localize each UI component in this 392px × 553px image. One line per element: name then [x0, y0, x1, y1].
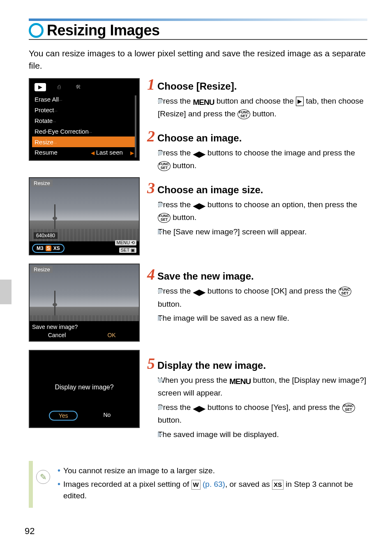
- left-right-arrows-icon: ◀▶: [193, 200, 205, 212]
- camera-menu-screenshot: ▶ ⎙ 🛠 Erase All Protect Rotate Red-Eye C…: [29, 78, 140, 161]
- resize-label: Resize: [31, 180, 53, 187]
- playback-tab-icon: ▶: [296, 97, 304, 106]
- page-ref-link[interactable]: (p. 63): [203, 480, 225, 488]
- left-arrow-icon: ◀: [91, 150, 95, 156]
- page-number: 92: [25, 526, 35, 537]
- print-tab-icon: ⎙: [53, 83, 65, 91]
- ok-option: OK: [84, 330, 139, 340]
- menu-item-rotate: Rotate: [32, 115, 136, 126]
- menu-item-resume: Resume: [35, 149, 58, 156]
- step-title: Choose [Resize].: [157, 81, 237, 92]
- menu-item-red-eye: Red-Eye Correction: [32, 126, 136, 137]
- right-arrow-icon: ▶: [130, 150, 134, 156]
- camera-save-screenshot: Resize Save new image? Cancel OK: [29, 264, 140, 342]
- step-number: 3: [147, 180, 155, 196]
- left-right-arrows-icon: ◀▶: [193, 148, 205, 160]
- step-bullet: Press the ◀▶ buttons to choose [Yes], an…: [158, 402, 367, 426]
- menu-item-resize: Resize: [32, 137, 136, 147]
- step-1: 1 Choose [Resize]. Press the MENU button…: [147, 76, 367, 120]
- w-size-icon: W: [191, 480, 201, 490]
- step-bullet: Press the ◀▶ buttons to choose an option…: [158, 199, 367, 224]
- menu-badge: MENU ⟲: [115, 240, 136, 245]
- display-question: Display new image?: [30, 384, 139, 391]
- size-xs: XS: [52, 245, 61, 251]
- step-number: 5: [147, 356, 155, 371]
- page-title: Resizing Images: [47, 22, 160, 39]
- playback-tab-icon: ▶: [35, 83, 46, 91]
- size-m3: M3: [35, 245, 45, 251]
- step-bullet: Press the ◀▶ buttons to choose [OK] and …: [158, 285, 367, 310]
- func-set-icon: FUNCSET: [158, 213, 171, 223]
- save-question: Save new image?: [32, 324, 78, 330]
- func-set-icon: FUNCSET: [238, 109, 250, 119]
- size-options: M3 S XS: [32, 244, 65, 253]
- last-seen-label: Last seen: [96, 149, 123, 156]
- menu-button-icon: MENU: [193, 97, 214, 109]
- left-right-arrows-icon: ◀▶: [193, 403, 205, 415]
- step-bullet: Press the MENU button and choose the ▶ t…: [158, 95, 367, 120]
- note-item: Images recorded at a pixel setting of W …: [58, 479, 363, 502]
- menu-button-icon: MENU: [229, 376, 251, 388]
- step-5: 5 Display the new image. When you press …: [147, 356, 367, 441]
- step-3: 3 Choose an image size. Press the ◀▶ but…: [147, 180, 367, 238]
- side-tab: [0, 280, 12, 304]
- size-s: S: [46, 245, 51, 251]
- camera-resize-screenshot: Resize 640x480 M3 S XS MENU ⟲ SET ▣: [29, 177, 140, 255]
- cancel-option: Cancel: [30, 330, 84, 340]
- header: Resizing Images: [29, 19, 367, 40]
- yes-option: Yes: [49, 411, 78, 421]
- no-option: No: [94, 411, 120, 421]
- header-stripe: [29, 19, 367, 21]
- step-result: The saved image will be displayed.: [158, 429, 367, 441]
- tools-tab-icon: 🛠: [72, 83, 84, 91]
- func-set-icon: FUNCSET: [339, 287, 351, 296]
- pencil-icon: ✎: [36, 470, 50, 484]
- step-result: The image will be saved as a new file.: [158, 312, 367, 324]
- note-item: You cannot resize an image to a larger s…: [58, 465, 363, 477]
- step-title: Display the new image.: [157, 360, 266, 371]
- resize-label-2: Resize: [31, 266, 53, 273]
- step-bullet: Press the ◀▶ buttons to choose the image…: [158, 147, 367, 172]
- step-title: Choose an image.: [157, 132, 242, 144]
- step-bullet: When you press the MENU button, the [Dis…: [158, 375, 367, 399]
- left-right-arrows-icon: ◀▶: [193, 287, 205, 298]
- intro-text: You can resize images to a lower pixel s…: [29, 47, 367, 72]
- menu-item-protect: Protect: [32, 104, 136, 115]
- camera-display-screenshot: Display new image? Yes No: [29, 350, 140, 428]
- set-badge: SET ▣: [119, 248, 136, 253]
- step-title: Save the new image.: [157, 271, 254, 282]
- step-number: 4: [147, 266, 155, 282]
- step-title: Choose an image size.: [157, 184, 263, 196]
- step-number: 1: [147, 76, 155, 92]
- step-number: 2: [147, 128, 155, 144]
- notes-box: ✎ You cannot resize an image to a larger…: [29, 461, 367, 508]
- scrollbar: [135, 95, 136, 157]
- step-2: 2 Choose an image. Press the ◀▶ buttons …: [147, 128, 367, 172]
- step-result: The [Save new image?] screen will appear…: [158, 226, 367, 238]
- func-set-icon: FUNCSET: [158, 161, 171, 171]
- resolution-label: 640x480: [34, 232, 58, 239]
- menu-item-erase-all: Erase All: [32, 94, 136, 104]
- ring-icon: [29, 23, 44, 38]
- xs-size-icon: XS: [272, 480, 284, 490]
- step-4: 4 Save the new image. Press the ◀▶ butto…: [147, 266, 367, 324]
- func-set-icon: FUNCSET: [342, 403, 355, 413]
